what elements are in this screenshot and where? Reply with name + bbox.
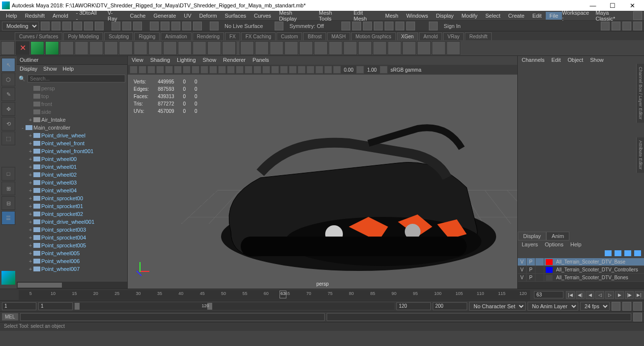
outliner-node[interactable]: +Point_wheel_front: [17, 139, 127, 147]
menu-cache[interactable]: Cache: [126, 12, 150, 20]
xgen-brush14-icon[interactable]: [432, 41, 446, 55]
vp-shadows-icon[interactable]: [262, 66, 270, 74]
outliner-node[interactable]: top: [17, 92, 127, 100]
xgen-tool4-icon[interactable]: [104, 41, 118, 55]
vp-isolate-icon[interactable]: [307, 66, 314, 74]
menu-modify[interactable]: Modify: [458, 12, 481, 20]
menu-mesh-display[interactable]: Mesh Display: [275, 9, 315, 23]
move-tool[interactable]: ✥: [1, 102, 15, 116]
vp-grid-icon[interactable]: [165, 66, 173, 74]
layer-down-icon[interactable]: [615, 250, 621, 256]
vp-field-chart-icon[interactable]: [200, 66, 208, 74]
vp-gamma-value[interactable]: 1.00: [365, 67, 378, 73]
range-start-inner[interactable]: [38, 302, 73, 310]
rotate-tool[interactable]: ⟲: [1, 117, 15, 131]
vp-exposure-value[interactable]: 0.00: [342, 67, 355, 73]
minimize-button[interactable]: —: [583, 0, 603, 10]
anim-layer-dropdown[interactable]: No Anim Layer: [528, 302, 578, 311]
xgen-tool11-icon[interactable]: [207, 41, 221, 55]
vp-viewtransform-icon[interactable]: [380, 66, 388, 74]
outliner-node[interactable]: +Point_wheel_front001: [17, 147, 127, 155]
timeline-ruler[interactable]: 63 5101520253035404550556065707580859095…: [19, 290, 530, 300]
outliner-node[interactable]: +Point_wheel04: [17, 186, 127, 194]
xgen-brush11-icon[interactable]: [388, 41, 401, 55]
xgen-tool2-icon[interactable]: [75, 41, 88, 55]
menu-help[interactable]: Help: [2, 12, 21, 20]
workspace-icon[interactable]: [633, 11, 642, 20]
panel-layout4-icon[interactable]: [633, 22, 642, 30]
new-scene-icon[interactable]: [52, 22, 60, 30]
xgen-brush12-icon[interactable]: [402, 41, 416, 55]
layer-row[interactable]: VPAll_Terrain_Scooter_DTV_Bones: [518, 274, 644, 282]
xgen-brush13-icon[interactable]: [417, 41, 431, 55]
right-tab-attribute[interactable]: Attribute Editor: [636, 137, 644, 173]
layer-add-icon[interactable]: [634, 250, 641, 256]
outliner-menu-show[interactable]: Show: [43, 66, 57, 73]
play-forward-button[interactable]: ▷: [605, 291, 614, 299]
range-end-outer[interactable]: [433, 302, 467, 310]
shelf-tab-rendering[interactable]: Rendering: [193, 32, 224, 40]
layers-menu-options[interactable]: Options: [545, 241, 563, 248]
outliner-node[interactable]: +Point_sprocket005: [17, 241, 127, 249]
outliner-node[interactable]: +Point_wheel007: [17, 265, 127, 273]
layers-scrollbar[interactable]: [518, 282, 644, 289]
vp-bookmark-icon[interactable]: [139, 66, 146, 74]
symmetry-icon[interactable]: [275, 22, 283, 30]
shelf-tab-fx-caching[interactable]: FX Caching: [241, 32, 276, 40]
lasso-tool[interactable]: ⬡: [1, 73, 15, 86]
vp-select-camera-icon[interactable]: [130, 66, 138, 74]
vp-resolution-icon[interactable]: [183, 66, 191, 74]
vp-exposure-icon[interactable]: [333, 66, 341, 74]
cb-menu-edit[interactable]: Edit: [551, 57, 560, 64]
menu--3dtoall-[interactable]: - 3DtoAll -: [72, 9, 104, 23]
menu-windows[interactable]: Windows: [402, 12, 432, 20]
layers-menu-layers[interactable]: Layers: [522, 241, 538, 248]
outliner-scrollbar[interactable]: [17, 282, 127, 289]
viewport-menu-show[interactable]: Show: [203, 57, 217, 64]
shelf-tab-rigging[interactable]: Rigging: [134, 32, 160, 40]
viewport-menu-lighting[interactable]: Lighting: [177, 57, 196, 64]
layout-outliner-icon[interactable]: ☰: [1, 211, 15, 225]
outliner-node[interactable]: persp: [17, 84, 127, 92]
shelf-edit-icon[interactable]: [1, 41, 15, 55]
xgen-tool9-icon[interactable]: [178, 41, 192, 55]
xgen-brush10-icon[interactable]: [373, 41, 387, 55]
construction-icon[interactable]: [341, 22, 350, 30]
command-input[interactable]: [20, 313, 325, 321]
shelf-tab-animation[interactable]: Animation: [161, 32, 191, 40]
step-forward-key-button[interactable]: |▶: [625, 291, 634, 299]
xgen-brush8-icon[interactable]: [343, 41, 357, 55]
xgen-tool10-icon[interactable]: [193, 41, 206, 55]
shelf-tab-poly-modeling[interactable]: Poly Modeling: [63, 32, 103, 40]
viewport-canvas[interactable]: Verts:44999500Edges:88759300Faces:439313…: [128, 75, 517, 289]
playback-prefs-icon[interactable]: [622, 302, 631, 311]
snap-curve-icon[interactable]: [161, 22, 169, 30]
outliner-node[interactable]: +Point_sprocket004: [17, 234, 127, 241]
panel-layout2-icon[interactable]: [612, 22, 620, 30]
layer-up-icon[interactable]: [605, 250, 612, 256]
layer-tab-anim[interactable]: Anim: [546, 232, 569, 240]
viewport-menu-shading[interactable]: Shading: [150, 57, 170, 64]
shelf-tab-arnold[interactable]: Arnold: [419, 32, 442, 40]
xgen-create-icon[interactable]: [45, 41, 59, 55]
vp-xray-joints-icon[interactable]: [324, 66, 332, 74]
vp-colorspace[interactable]: sRGB gamma: [389, 67, 423, 73]
range-slider-track[interactable]: 120: [75, 303, 394, 310]
xgen-brush15-icon[interactable]: [447, 41, 460, 55]
script-language[interactable]: MEL: [2, 313, 18, 320]
outliner-node[interactable]: side: [17, 108, 127, 116]
step-back-button[interactable]: ◀: [586, 291, 594, 299]
xgen-tool6-icon[interactable]: [134, 41, 147, 55]
layout-single-icon[interactable]: □: [1, 167, 15, 181]
xgen-brush6-icon[interactable]: [314, 41, 328, 55]
history-icon[interactable]: [352, 22, 361, 30]
right-tab-channelbox[interactable]: Channel Box / Layer Editor: [636, 64, 644, 123]
go-start-button[interactable]: |◀: [566, 291, 575, 299]
menu-create[interactable]: Create: [504, 12, 529, 20]
vp-xray-icon[interactable]: [315, 66, 323, 74]
vp-image-plane-icon[interactable]: [147, 66, 155, 74]
select-hier-icon[interactable]: [112, 22, 120, 30]
character-set-dropdown[interactable]: No Character Set: [469, 302, 526, 311]
panel-layout-icon[interactable]: [601, 22, 610, 30]
live-surface-icon[interactable]: [210, 22, 219, 30]
